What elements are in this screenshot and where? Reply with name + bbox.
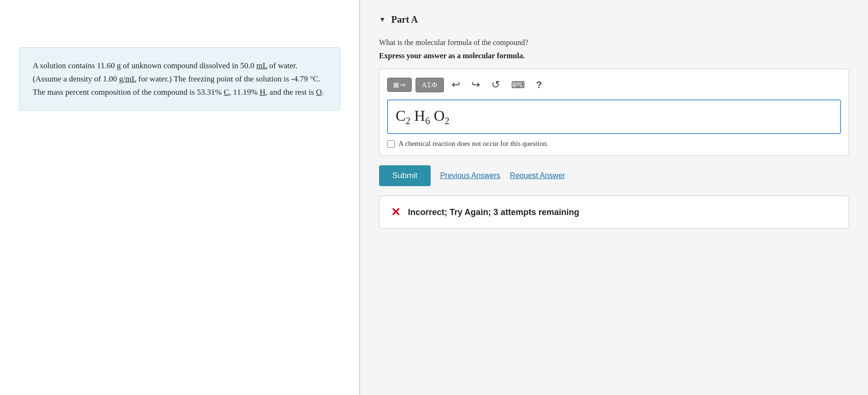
request-answer-button[interactable]: Request Answer xyxy=(510,171,565,180)
question-text: What is the molecular formula of the com… xyxy=(379,38,849,47)
error-icon: ✕ xyxy=(391,206,400,219)
action-row: Submit Previous Answers Request Answer xyxy=(379,165,849,186)
hydrogen-symbol: H xyxy=(260,88,265,97)
answer-box: ⇒ ΑΣΦ ↩ ↪ ↺ ⌨ ? C2 H6 O2 A chemical reac… xyxy=(379,69,849,156)
problem-box: A solution contains 11.60 g of unknown c… xyxy=(19,47,340,111)
redo-button[interactable]: ↪ xyxy=(468,77,484,93)
oxygen-symbol: O xyxy=(316,88,322,97)
symbol-button[interactable]: ΑΣΦ xyxy=(416,78,444,92)
collapse-chevron[interactable]: ▼ xyxy=(379,16,386,24)
problem-text: A solution contains 11.60 g of unknown c… xyxy=(33,61,324,97)
keyboard-button[interactable]: ⌨ xyxy=(507,77,529,92)
undo-button[interactable]: ↩ xyxy=(448,77,464,93)
part-title: Part A xyxy=(391,14,418,25)
right-panel: ▼ Part A What is the molecular formula o… xyxy=(360,0,868,395)
no-reaction-label: A chemical reaction does not occur for t… xyxy=(398,140,548,148)
template-button[interactable]: ⇒ xyxy=(387,78,412,92)
formula-input-area[interactable]: C2 H6 O2 xyxy=(387,99,841,134)
formula-display: C2 H6 O2 xyxy=(396,107,450,126)
help-button[interactable]: ? xyxy=(533,78,546,92)
o-subscript: 2 xyxy=(445,116,450,126)
refresh-button[interactable]: ↺ xyxy=(488,77,504,93)
c-subscript: 2 xyxy=(406,116,410,126)
no-reaction-row: A chemical reaction does not occur for t… xyxy=(387,140,841,148)
part-header: ▼ Part A xyxy=(379,14,849,25)
instruction-text: Express your answer as a molecular formu… xyxy=(379,52,849,60)
carbon-symbol: C xyxy=(224,88,229,97)
toolbar: ⇒ ΑΣΦ ↩ ↪ ↺ ⌨ ? xyxy=(387,77,841,93)
previous-answers-button[interactable]: Previous Answers xyxy=(440,171,500,180)
left-panel: A solution contains 11.60 g of unknown c… xyxy=(0,0,360,395)
feedback-text: Incorrect; Try Again; 3 attempts remaini… xyxy=(408,207,579,217)
template-icon: ⇒ xyxy=(393,81,406,89)
submit-button[interactable]: Submit xyxy=(379,165,431,186)
h-subscript: 6 xyxy=(425,116,430,126)
density-unit: g/mL xyxy=(119,74,136,83)
ml-unit: mL xyxy=(256,61,267,70)
no-reaction-checkbox[interactable] xyxy=(387,140,395,148)
feedback-box: ✕ Incorrect; Try Again; 3 attempts remai… xyxy=(379,196,849,229)
